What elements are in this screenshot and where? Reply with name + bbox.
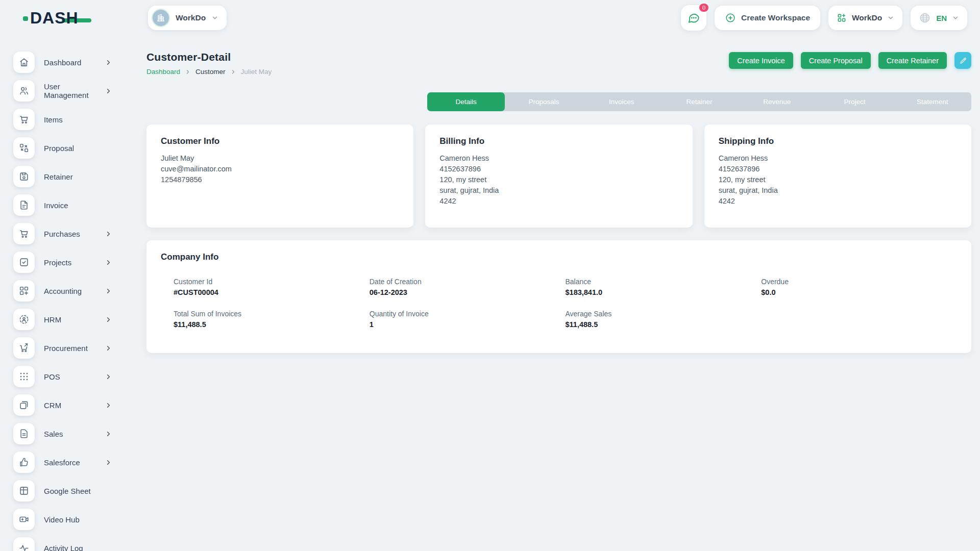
logo-text: DASH [30, 9, 79, 28]
field-value: #CUST00004 [174, 288, 370, 296]
tab-invoices[interactable]: Invoices [583, 92, 660, 111]
customer-name: Juliet May [161, 153, 399, 164]
tab-revenue[interactable]: Revenue [738, 92, 816, 111]
logo-dot [23, 16, 28, 21]
cart-arrow-icon [13, 337, 35, 359]
sidebar-item-activity-log[interactable]: Activity Log [13, 534, 128, 551]
sidebar-item-google-sheet[interactable]: Google Sheet [13, 477, 128, 505]
tab-statement[interactable]: Statement [894, 92, 971, 111]
create-proposal-button[interactable]: Create Proposal [801, 52, 871, 69]
breadcrumb-dashboard[interactable]: Dashboard [146, 68, 180, 76]
edit-customer-button[interactable] [954, 52, 971, 69]
tab-retainer[interactable]: Retainer [660, 92, 738, 111]
chevron-right-icon [105, 402, 112, 409]
chevron-right-icon [105, 316, 112, 323]
customer-info-card: Customer Info Juliet May cuve@mailinator… [146, 124, 413, 228]
sidebar-item-purchases[interactable]: Purchases [13, 219, 128, 248]
globe-icon [919, 12, 931, 24]
chevron-right-icon [105, 230, 112, 238]
home-icon [13, 52, 35, 73]
create-workspace-label: Create Workspace [741, 13, 810, 22]
sidebar-item-sales[interactable]: Sales [13, 419, 128, 448]
card-title: Company Info [161, 252, 957, 262]
sidebar-item-label: Salesforce [44, 458, 80, 467]
field-value: $11,488.5 [174, 320, 370, 329]
invoice-file-icon [13, 194, 35, 216]
tab-details[interactable]: Details [427, 92, 505, 111]
chat-icon [687, 11, 700, 24]
language-label: EN [936, 14, 947, 22]
sidebar-item-accounting[interactable]: Accounting [13, 277, 128, 305]
field-value: $183,841.0 [566, 288, 762, 296]
sidebar-item-label: Projects [44, 258, 71, 267]
breadcrumb: Dashboard Customer Juliet May [146, 68, 272, 76]
create-workspace-button[interactable]: Create Workspace [715, 6, 820, 30]
sidebar-item-label: Procurement [44, 344, 88, 353]
workdo-menu-button[interactable]: WorkDo [828, 6, 902, 30]
sidebar-item-projects[interactable]: Projects [13, 248, 128, 277]
info-cards-row: Customer Info Juliet May cuve@mailinator… [146, 124, 971, 228]
sidebar-item-label: Items [44, 115, 63, 124]
workspace-selector[interactable]: WorkDo [148, 6, 227, 30]
brand-logo[interactable]: DASH [23, 7, 100, 29]
tab-project[interactable]: Project [816, 92, 893, 111]
sidebar-item-crm[interactable]: CRM [13, 391, 128, 419]
floppy-disk-icon [13, 166, 35, 187]
sidebar-item-salesforce[interactable]: Salesforce [13, 448, 128, 477]
messages-button[interactable]: 0 [681, 5, 706, 31]
sidebar-item-label: Invoice [44, 201, 68, 210]
shipping-phone: 4152637896 [719, 164, 957, 174]
detail-tabs: Details Proposals Invoices Retainer Reve… [427, 92, 971, 111]
cart-icon [13, 223, 35, 244]
field-value: 06-12-2023 [370, 288, 566, 296]
page-title: Customer-Detail [146, 51, 272, 63]
sidebar-item-video-hub[interactable]: Video Hub [13, 505, 128, 534]
sidebar-item-pos[interactable]: POS [13, 362, 128, 391]
pencil-icon [959, 57, 967, 65]
title-block: Customer-Detail Dashboard Customer Julie… [146, 51, 272, 76]
billing-city: surat, gujrat, India [439, 185, 678, 196]
sidebar-item-procurement[interactable]: Procurement [13, 334, 128, 362]
sidebar-item-dashboard[interactable]: Dashboard [13, 48, 128, 77]
sidebar-item-user-management[interactable]: User Management [13, 77, 128, 105]
chevron-right-icon [105, 373, 112, 381]
sidebar-item-label: Retainer [44, 172, 73, 181]
sidebar-item-invoice[interactable]: Invoice [13, 191, 128, 219]
field-value: $0.0 [761, 288, 957, 296]
sidebar-nav: Dashboard User Management Items Proposal [0, 36, 128, 551]
field-date-of-creation: Date of Creation 06-12-2023 [370, 278, 566, 296]
field-label: Total Sum of Invoices [174, 310, 370, 318]
shipping-info-lines: Cameron Hess 4152637896 120, my street s… [719, 153, 957, 207]
chevron-right-icon [105, 87, 112, 95]
header-actions: 0 Create Workspace WorkDo [681, 5, 967, 31]
company-info-grid: Customer Id #CUST00004 Date of Creation … [174, 278, 957, 329]
create-invoice-button[interactable]: Create Invoice [729, 52, 793, 69]
sidebar-item-hrm[interactable]: HRM [13, 305, 128, 334]
page-actions: Create Invoice Create Proposal Create Re… [729, 52, 971, 69]
chevron-right-icon [185, 69, 191, 75]
create-retainer-button[interactable]: Create Retainer [878, 52, 947, 69]
sidebar-item-label: Activity Log [44, 544, 83, 551]
breadcrumb-customer[interactable]: Customer [195, 68, 226, 76]
field-empty [761, 310, 957, 329]
billing-phone: 4152637896 [439, 164, 678, 174]
field-label: Balance [566, 278, 762, 286]
building-icon [156, 13, 166, 23]
shipping-info-card: Shipping Info Cameron Hess 4152637896 12… [704, 124, 971, 228]
language-selector[interactable]: EN [911, 6, 967, 30]
billing-zip: 4242 [439, 196, 678, 207]
tab-proposals[interactable]: Proposals [505, 92, 582, 111]
sidebar-item-retainer[interactable]: Retainer [13, 162, 128, 191]
cart-icon [13, 109, 35, 130]
field-label: Date of Creation [370, 278, 566, 286]
sidebar-item-items[interactable]: Items [13, 105, 128, 134]
card-title: Customer Info [161, 136, 399, 146]
field-label: Quantity of Invoice [370, 310, 566, 318]
proposal-swap-icon [13, 137, 35, 159]
field-label: Average Sales [566, 310, 762, 318]
sidebar-item-label: Video Hub [44, 515, 80, 524]
breadcrumb-current: Juliet May [241, 68, 272, 76]
grid-plus-icon [13, 280, 35, 302]
sidebar-item-proposal[interactable]: Proposal [13, 134, 128, 162]
billing-info-lines: Cameron Hess 4152637896 120, my street s… [439, 153, 678, 207]
